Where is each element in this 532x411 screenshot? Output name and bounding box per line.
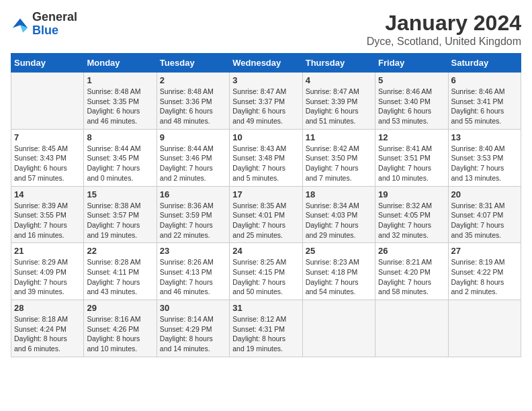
day-number: 15	[87, 189, 153, 199]
day-number: 14	[14, 189, 81, 199]
day-number: 27	[451, 246, 518, 256]
day-number: 22	[87, 246, 153, 256]
calendar-cell: 20Sunrise: 8:31 AM Sunset: 4:07 PM Dayli…	[448, 186, 521, 243]
calendar-cell: 12Sunrise: 8:41 AM Sunset: 3:51 PM Dayli…	[375, 129, 448, 186]
day-info: Sunrise: 8:43 AM Sunset: 3:48 PM Dayligh…	[232, 144, 299, 183]
calendar-cell	[448, 300, 521, 357]
calendar-cell: 26Sunrise: 8:21 AM Sunset: 4:20 PM Dayli…	[375, 243, 448, 300]
day-number: 17	[232, 189, 299, 199]
month-year-title: January 2024	[367, 11, 521, 36]
calendar-cell: 17Sunrise: 8:35 AM Sunset: 4:01 PM Dayli…	[230, 186, 302, 243]
calendar-cell: 30Sunrise: 8:14 AM Sunset: 4:29 PM Dayli…	[157, 300, 229, 357]
day-info: Sunrise: 8:14 AM Sunset: 4:29 PM Dayligh…	[160, 314, 226, 354]
day-number: 2	[160, 75, 226, 85]
day-info: Sunrise: 8:28 AM Sunset: 4:11 PM Dayligh…	[87, 257, 153, 297]
day-number: 7	[14, 132, 81, 142]
calendar-week-5: 28Sunrise: 8:18 AM Sunset: 4:24 PM Dayli…	[11, 300, 521, 357]
day-info: Sunrise: 8:12 AM Sunset: 4:31 PM Dayligh…	[232, 314, 299, 354]
day-info: Sunrise: 8:45 AM Sunset: 3:43 PM Dayligh…	[14, 144, 81, 183]
day-info: Sunrise: 8:18 AM Sunset: 4:24 PM Dayligh…	[14, 314, 81, 354]
calendar-cell: 23Sunrise: 8:26 AM Sunset: 4:13 PM Dayli…	[157, 243, 229, 300]
day-info: Sunrise: 8:36 AM Sunset: 3:59 PM Dayligh…	[160, 201, 226, 240]
day-info: Sunrise: 8:48 AM Sunset: 3:36 PM Dayligh…	[160, 87, 226, 126]
day-number: 10	[232, 132, 299, 142]
day-number: 21	[14, 246, 81, 256]
day-number: 20	[451, 189, 518, 199]
day-info: Sunrise: 8:31 AM Sunset: 4:07 PM Dayligh…	[451, 201, 518, 240]
day-number: 23	[160, 246, 226, 256]
day-info: Sunrise: 8:46 AM Sunset: 3:40 PM Dayligh…	[378, 87, 445, 126]
calendar-cell: 14Sunrise: 8:39 AM Sunset: 3:55 PM Dayli…	[11, 186, 84, 243]
calendar-cell: 10Sunrise: 8:43 AM Sunset: 3:48 PM Dayli…	[230, 129, 302, 186]
calendar-table: SundayMondayTuesdayWednesdayThursdayFrid…	[11, 53, 521, 357]
day-info: Sunrise: 8:47 AM Sunset: 3:37 PM Dayligh…	[232, 87, 299, 126]
calendar-cell	[11, 73, 84, 130]
day-number: 8	[87, 132, 153, 142]
day-number: 1	[87, 75, 153, 85]
title-block: January 2024 Dyce, Scotland, United King…	[367, 11, 521, 48]
calendar-body: 1Sunrise: 8:48 AM Sunset: 3:35 PM Daylig…	[11, 73, 521, 357]
weekday-header-thursday: Thursday	[302, 54, 375, 73]
calendar-cell: 11Sunrise: 8:42 AM Sunset: 3:50 PM Dayli…	[302, 129, 375, 186]
location-subtitle: Dyce, Scotland, United Kingdom	[367, 36, 521, 48]
calendar-cell: 3Sunrise: 8:47 AM Sunset: 3:37 PM Daylig…	[230, 73, 302, 130]
day-info: Sunrise: 8:35 AM Sunset: 4:01 PM Dayligh…	[232, 201, 299, 240]
day-info: Sunrise: 8:32 AM Sunset: 4:05 PM Dayligh…	[378, 201, 445, 240]
day-info: Sunrise: 8:46 AM Sunset: 3:41 PM Dayligh…	[451, 87, 518, 126]
calendar-cell: 1Sunrise: 8:48 AM Sunset: 3:35 PM Daylig…	[84, 73, 157, 130]
calendar-cell: 8Sunrise: 8:44 AM Sunset: 3:45 PM Daylig…	[84, 129, 157, 186]
day-info: Sunrise: 8:47 AM Sunset: 3:39 PM Dayligh…	[306, 87, 372, 126]
calendar-cell: 5Sunrise: 8:46 AM Sunset: 3:40 PM Daylig…	[375, 73, 448, 130]
day-info: Sunrise: 8:40 AM Sunset: 3:53 PM Dayligh…	[451, 144, 518, 183]
calendar-cell: 25Sunrise: 8:23 AM Sunset: 4:18 PM Dayli…	[302, 243, 375, 300]
weekday-header-tuesday: Tuesday	[157, 54, 229, 73]
calendar-cell: 18Sunrise: 8:34 AM Sunset: 4:03 PM Dayli…	[302, 186, 375, 243]
day-info: Sunrise: 8:41 AM Sunset: 3:51 PM Dayligh…	[378, 144, 445, 183]
page-header: General Blue January 2024 Dyce, Scotland…	[11, 11, 521, 48]
day-info: Sunrise: 8:44 AM Sunset: 3:46 PM Dayligh…	[160, 144, 226, 183]
day-number: 6	[451, 75, 518, 85]
logo: General Blue	[11, 11, 77, 38]
day-number: 5	[378, 75, 445, 85]
day-number: 30	[160, 303, 226, 313]
day-number: 11	[306, 132, 372, 142]
calendar-cell: 29Sunrise: 8:16 AM Sunset: 4:26 PM Dayli…	[84, 300, 157, 357]
calendar-cell: 6Sunrise: 8:46 AM Sunset: 3:41 PM Daylig…	[448, 73, 521, 130]
day-info: Sunrise: 8:48 AM Sunset: 3:35 PM Dayligh…	[87, 87, 153, 126]
day-number: 28	[14, 303, 81, 313]
weekday-header-saturday: Saturday	[448, 54, 521, 73]
calendar-week-4: 21Sunrise: 8:29 AM Sunset: 4:09 PM Dayli…	[11, 243, 521, 300]
day-number: 29	[87, 303, 153, 313]
day-number: 24	[232, 246, 299, 256]
day-number: 31	[232, 303, 299, 313]
day-number: 26	[378, 246, 445, 256]
day-info: Sunrise: 8:19 AM Sunset: 4:22 PM Dayligh…	[451, 257, 518, 297]
day-number: 16	[160, 189, 226, 199]
calendar-cell: 4Sunrise: 8:47 AM Sunset: 3:39 PM Daylig…	[302, 73, 375, 130]
calendar-cell	[302, 300, 375, 357]
day-info: Sunrise: 8:16 AM Sunset: 4:26 PM Dayligh…	[87, 314, 153, 354]
logo-general-text: General	[32, 10, 77, 24]
day-number: 9	[160, 132, 226, 142]
day-info: Sunrise: 8:38 AM Sunset: 3:57 PM Dayligh…	[87, 201, 153, 240]
calendar-cell: 7Sunrise: 8:45 AM Sunset: 3:43 PM Daylig…	[11, 129, 84, 186]
svg-marker-0	[13, 18, 28, 28]
day-info: Sunrise: 8:44 AM Sunset: 3:45 PM Dayligh…	[87, 144, 153, 183]
day-info: Sunrise: 8:34 AM Sunset: 4:03 PM Dayligh…	[306, 201, 372, 240]
day-info: Sunrise: 8:42 AM Sunset: 3:50 PM Dayligh…	[306, 144, 372, 183]
weekday-header-sunday: Sunday	[11, 54, 84, 73]
calendar-cell: 21Sunrise: 8:29 AM Sunset: 4:09 PM Dayli…	[11, 243, 84, 300]
calendar-cell: 19Sunrise: 8:32 AM Sunset: 4:05 PM Dayli…	[375, 186, 448, 243]
calendar-cell: 31Sunrise: 8:12 AM Sunset: 4:31 PM Dayli…	[230, 300, 302, 357]
day-info: Sunrise: 8:29 AM Sunset: 4:09 PM Dayligh…	[14, 257, 81, 297]
day-number: 3	[232, 75, 299, 85]
day-info: Sunrise: 8:25 AM Sunset: 4:15 PM Dayligh…	[232, 257, 299, 297]
calendar-cell: 16Sunrise: 8:36 AM Sunset: 3:59 PM Dayli…	[157, 186, 229, 243]
calendar-header: SundayMondayTuesdayWednesdayThursdayFrid…	[11, 54, 521, 73]
header-row: SundayMondayTuesdayWednesdayThursdayFrid…	[11, 54, 521, 73]
logo-blue-text: Blue	[32, 24, 58, 37]
day-number: 13	[451, 132, 518, 142]
weekday-header-wednesday: Wednesday	[230, 54, 302, 73]
calendar-week-1: 1Sunrise: 8:48 AM Sunset: 3:35 PM Daylig…	[11, 73, 521, 130]
calendar-week-2: 7Sunrise: 8:45 AM Sunset: 3:43 PM Daylig…	[11, 129, 521, 186]
